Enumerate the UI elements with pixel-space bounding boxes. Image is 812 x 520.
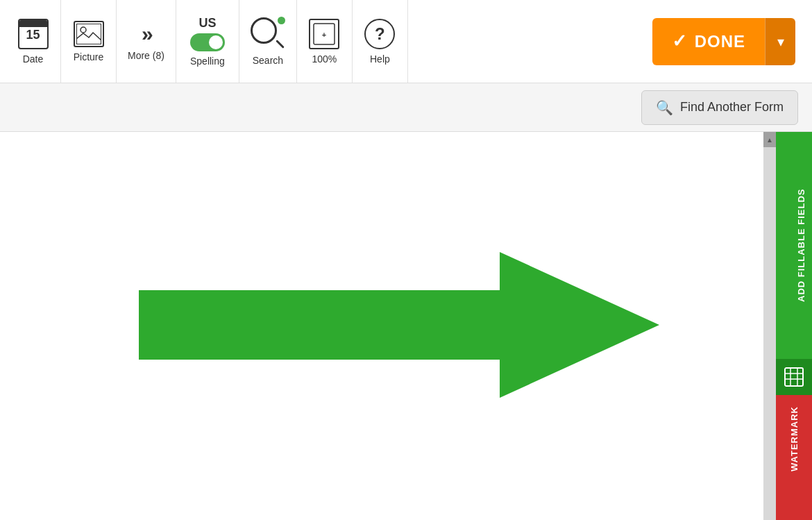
search-circle-icon (251, 17, 277, 44)
picture-label: Picture (74, 51, 104, 62)
find-another-form-button[interactable]: 🔍 Find Another Form (641, 90, 798, 125)
picture-icon (74, 21, 104, 47)
search-handle-icon (276, 40, 285, 49)
svg-point-1 (81, 27, 86, 33)
help-label: Help (370, 53, 390, 65)
scroll-up-button[interactable]: ▲ (763, 132, 776, 147)
find-form-search-icon: 🔍 (656, 99, 673, 116)
zoom-tool[interactable]: + 100% (297, 0, 353, 83)
search-tool[interactable]: Search (239, 0, 297, 83)
spelling-label: Spelling (190, 56, 225, 67)
checkmark-icon: ✓ (672, 31, 688, 52)
done-button[interactable]: ✓ DONE (652, 18, 765, 65)
right-sidebar: ADD FILLABLE FIELDS WATERMARK (776, 132, 812, 520)
find-another-form-label: Find Another Form (680, 100, 784, 115)
spelling-tool[interactable]: US Spelling (176, 0, 239, 83)
svg-marker-4 (139, 252, 659, 398)
picture-tool[interactable]: Picture (61, 0, 117, 83)
toolbar: 15 Date Picture » More (8) US Spelling S (0, 0, 812, 83)
subheader: 🔍 Find Another Form (0, 83, 812, 132)
table-icon (784, 367, 804, 387)
date-label: Date (23, 53, 44, 65)
done-label: DONE (695, 32, 745, 51)
scroll-track[interactable] (763, 147, 776, 520)
main-area: ▲ ADD FILLABLE FIELDS WATERMARK (0, 132, 812, 520)
dropdown-chevron-icon: ▾ (777, 33, 784, 50)
date-tool[interactable]: 15 Date (6, 0, 61, 83)
search-dot-icon (278, 17, 285, 24)
watermark-label: WATERMARK (789, 406, 800, 471)
zoom-icon: + (309, 19, 339, 49)
more-icon: » (142, 22, 151, 46)
search-label: Search (253, 55, 283, 66)
spelling-locale: US (198, 16, 216, 31)
watermark-tab[interactable]: WATERMARK (776, 395, 812, 520)
zoom-label: 100% (312, 53, 337, 65)
help-icon: ? (364, 19, 395, 49)
svg-rect-5 (785, 368, 803, 386)
date-icon: 15 (18, 19, 49, 49)
help-tool[interactable]: ? Help (353, 0, 408, 83)
scrollbar: ▲ (763, 132, 776, 520)
add-fillable-fields-tab[interactable]: ADD FILLABLE FIELDS (776, 132, 812, 359)
fillable-fields-label: ADD FILLABLE FIELDS (796, 189, 806, 302)
done-dropdown-button[interactable]: ▾ (765, 18, 795, 65)
more-label: More (8) (128, 50, 164, 61)
spelling-toggle[interactable] (190, 33, 225, 51)
done-button-wrap: ✓ DONE ▾ (641, 0, 806, 83)
svg-text:+: + (322, 31, 326, 39)
svg-rect-0 (76, 24, 101, 44)
more-tool[interactable]: » More (8) (117, 0, 176, 83)
fillable-icon-wrap[interactable] (776, 359, 812, 395)
green-arrow (139, 238, 659, 414)
document-area (0, 132, 763, 520)
